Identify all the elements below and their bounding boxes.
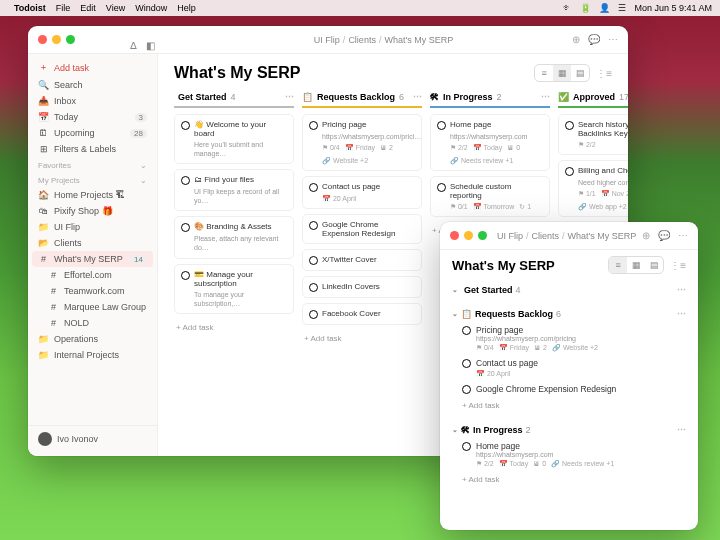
section-header[interactable]: ⌄🛠In Progress 2⋯: [452, 422, 686, 438]
task-checkbox[interactable]: [565, 121, 574, 130]
minimize-button[interactable]: [52, 35, 61, 44]
task-checkbox[interactable]: [565, 167, 574, 176]
task-checkbox[interactable]: [462, 359, 471, 368]
task-checkbox[interactable]: [181, 121, 190, 130]
view-list-icon[interactable]: ≡: [535, 65, 553, 81]
list-item[interactable]: Home pagehttps://whatsmyserp.com⚑ 2/2📅 T…: [452, 438, 686, 471]
view-board-icon[interactable]: ▦: [553, 65, 571, 81]
add-task-button[interactable]: + Add task: [452, 397, 686, 414]
column-header[interactable]: 🛠In Progress 2⋯: [430, 88, 550, 108]
crumb-leaf[interactable]: What's My SERP: [384, 35, 453, 45]
task-checkbox[interactable]: [181, 223, 190, 232]
task-card[interactable]: Google Chrome Expension Redesign: [302, 214, 422, 244]
section-more-icon[interactable]: ⋯: [677, 425, 686, 435]
menubar-app[interactable]: Todoist: [14, 3, 46, 13]
section-header[interactable]: ⌄Get Started 4⋯: [452, 282, 686, 298]
notifications-icon[interactable]: ᐃ: [130, 40, 137, 51]
sidebar-project[interactable]: 🛍Pixify Shop 🎁: [28, 203, 157, 219]
share-icon[interactable]: ⊕: [642, 230, 650, 241]
task-card[interactable]: Schedule custom reporting⚑ 0/1📅 Tomorrow…: [430, 176, 550, 217]
view-board-icon[interactable]: ▦: [627, 257, 645, 273]
task-checkbox[interactable]: [437, 121, 446, 130]
column-header[interactable]: Get Started 4⋯: [174, 88, 294, 108]
column-header[interactable]: 📋Requests Backlog 6⋯: [302, 88, 422, 108]
nav-search[interactable]: 🔍Search: [28, 77, 157, 93]
add-task-button[interactable]: + Add task: [174, 319, 294, 336]
section-more-icon[interactable]: ⋯: [677, 285, 686, 295]
zoom-button[interactable]: [66, 35, 75, 44]
view-list-icon[interactable]: ≡: [609, 257, 627, 273]
nav-inbox[interactable]: 📥Inbox: [28, 93, 157, 109]
task-card[interactable]: 🗂 Find your filesUI Flip keeps a record …: [174, 169, 294, 211]
task-checkbox[interactable]: [462, 442, 471, 451]
sidebar-project[interactable]: 🏠Home Projects 🏗: [28, 187, 157, 203]
column-more-icon[interactable]: ⋯: [541, 92, 550, 102]
close-button[interactable]: [38, 35, 47, 44]
task-checkbox[interactable]: [462, 326, 471, 335]
projects-header[interactable]: My Projects⌄: [28, 172, 157, 187]
minimize-button[interactable]: [464, 231, 473, 240]
section-more-icon[interactable]: ⋯: [677, 309, 686, 319]
favorites-header[interactable]: Favorites⌄: [28, 157, 157, 172]
task-checkbox[interactable]: [309, 310, 318, 319]
sidebar-project[interactable]: 📁Operations: [28, 331, 157, 347]
task-checkbox[interactable]: [309, 283, 318, 292]
task-card[interactable]: 🎨 Branding & AssetsPlease, attach any re…: [174, 216, 294, 258]
column-more-icon[interactable]: ⋯: [413, 92, 422, 102]
sidebar-project[interactable]: #Marquee Law Group: [28, 299, 157, 315]
menubar-help[interactable]: Help: [177, 3, 196, 13]
add-task-button[interactable]: + Add task: [302, 330, 422, 347]
list-item[interactable]: Contact us page📅 20 April: [452, 355, 686, 381]
settings-icon[interactable]: ⋮≡: [670, 260, 686, 271]
task-card[interactable]: Search history for Backlinks Keywords to…: [558, 114, 628, 155]
task-card[interactable]: Billing and CheckoutNeed higher conversi…: [558, 160, 628, 217]
view-calendar-icon[interactable]: ▤: [645, 257, 663, 273]
sidebar-project[interactable]: #What's My SERP14: [32, 251, 153, 267]
task-checkbox[interactable]: [462, 385, 471, 394]
close-button[interactable]: [450, 231, 459, 240]
menubar-edit[interactable]: Edit: [80, 3, 96, 13]
menubar-window[interactable]: Window: [135, 3, 167, 13]
task-card[interactable]: Contact us page📅 20 April: [302, 176, 422, 209]
list-item[interactable]: Google Chrome Expension Redesign: [452, 381, 686, 397]
task-card[interactable]: 👋 Welcome to your boardHere you'll submi…: [174, 114, 294, 164]
sidebar-project[interactable]: #Teamwork.com: [28, 283, 157, 299]
sidebar-project[interactable]: 📁UI Flip: [28, 219, 157, 235]
task-checkbox[interactable]: [309, 121, 318, 130]
task-checkbox[interactable]: [309, 221, 318, 230]
menubar-clock[interactable]: Mon Jun 5 9:41 AM: [634, 3, 712, 13]
menubar-view[interactable]: View: [106, 3, 125, 13]
task-card[interactable]: Home pagehttps://whatsmyserp.com⚑ 2/2📅 T…: [430, 114, 550, 171]
wifi-icon[interactable]: ᯤ: [563, 3, 572, 13]
comments-icon[interactable]: 💬: [588, 34, 600, 45]
view-calendar-icon[interactable]: ▤: [571, 65, 589, 81]
sidebar-project[interactable]: 📁Internal Projects: [28, 347, 157, 363]
nav-upcoming[interactable]: 🗓Upcoming28: [28, 125, 157, 141]
task-checkbox[interactable]: [309, 183, 318, 192]
add-task-button[interactable]: ＋Add task: [28, 58, 157, 77]
list-item[interactable]: Pricing pagehttps://whatsmyserp.com/pric…: [452, 322, 686, 355]
nav-today[interactable]: 📅Today3: [28, 109, 157, 125]
section-header[interactable]: ⌄📋Requests Backlog 6⋯: [452, 306, 686, 322]
task-checkbox[interactable]: [181, 271, 190, 280]
add-task-button[interactable]: + Add task: [452, 471, 686, 488]
sidebar-toggle-icon[interactable]: ◧: [146, 40, 155, 51]
task-checkbox[interactable]: [309, 256, 318, 265]
crumb-root[interactable]: UI Flip: [314, 35, 340, 45]
task-card[interactable]: Facebook Cover: [302, 303, 422, 325]
user-icon[interactable]: 👤: [599, 3, 610, 13]
nav-filters[interactable]: ⊞Filters & Labels: [28, 141, 157, 157]
sidebar-user[interactable]: Ivo Ivonov: [28, 425, 157, 452]
sidebar-project[interactable]: 📂Clients: [28, 235, 157, 251]
column-header[interactable]: ✅Approved 17⋯: [558, 88, 628, 108]
task-card[interactable]: LinkedIn Covers: [302, 276, 422, 298]
menubar-file[interactable]: File: [56, 3, 71, 13]
zoom-button[interactable]: [478, 231, 487, 240]
task-card[interactable]: 💳 Manage your subscriptionTo manage your…: [174, 264, 294, 314]
sidebar-project[interactable]: #NOLD: [28, 315, 157, 331]
sidebar-project[interactable]: #Effortel.com: [28, 267, 157, 283]
control-center-icon[interactable]: ☰: [618, 3, 626, 13]
more-icon[interactable]: ⋯: [678, 230, 688, 241]
more-icon[interactable]: ⋯: [608, 34, 618, 45]
crumb-mid[interactable]: Clients: [348, 35, 376, 45]
